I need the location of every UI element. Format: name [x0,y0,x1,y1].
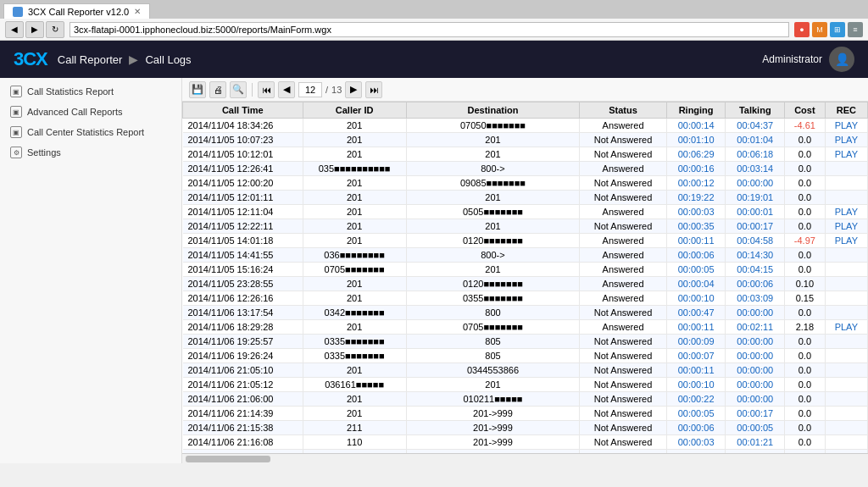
page-current-input[interactable] [298,82,322,97]
cell-15-2: 805 [406,335,580,349]
toolbar-btn-search[interactable]: 🔍 [230,81,247,98]
cell-0-3: Answered [580,119,666,133]
cell-20-3: Not Answered [580,407,666,421]
cell-22-4: 00:00:03 [666,435,726,450]
cell-1-0: 2014/11/05 10:07:23 [183,133,303,147]
col-status: Status [580,102,666,119]
cell-0-7[interactable]: PLAY [825,119,867,133]
cell-1-6: 0.0 [785,133,826,147]
cell-12-4: 00:00:10 [666,291,726,306]
cell-5-0: 2014/11/05 12:01:11 [183,191,303,205]
cell-6-3: Answered [580,205,666,219]
cell-9-6: 0.0 [785,248,826,263]
cell-2-7[interactable]: PLAY [825,147,867,162]
cell-14-7[interactable]: PLAY [825,320,867,335]
cell-3-3: Answered [580,162,666,176]
cell-19-6: 0.0 [785,392,826,407]
cell-4-3: Not Answered [580,176,666,191]
toolbar-btn-print[interactable]: 🖨 [209,81,226,98]
cell-22-7 [825,435,867,450]
cell-6-7[interactable]: PLAY [825,205,867,219]
app-title: Call Reporter [58,53,123,66]
cell-13-5: 00:00:00 [726,306,785,320]
cell-19-1: 201 [303,392,406,407]
toolbar-btn-save[interactable]: 💾 [189,81,206,98]
scrollbar-thumb[interactable] [186,456,270,462]
forward-button[interactable]: ▶ [25,21,44,38]
cell-15-0: 2014/11/06 19:25:57 [183,335,303,349]
browser-tab[interactable]: 3CX Call Reporter v12.0 ✕ [3,3,150,19]
cell-19-0: 2014/11/06 21:06:00 [183,392,303,407]
cell-18-1: 036161■■■■■ [303,378,406,392]
cell-20-7 [825,407,867,421]
cell-5-3: Not Answered [580,191,666,205]
cell-9-0: 2014/11/05 14:41:55 [183,248,303,263]
toolbar-btn-next-page[interactable]: ▶ [345,81,362,98]
table-row: 2014/11/04 18:34:2620107050■■■■■■■Answer… [183,119,868,133]
cell-0-4: 00:00:14 [666,119,726,133]
cell-6-6: 0.0 [785,205,826,219]
col-ringing: Ringing [666,102,726,119]
sidebar-label-call-statistics: Call Statistics Report [27,86,114,97]
cell-6-1: 201 [303,205,406,219]
table-row: 2014/11/06 19:25:570335■■■■■■■805Not Ans… [183,335,868,349]
cell-13-2: 800 [406,306,580,320]
cell-13-3: Not Answered [580,306,666,320]
sidebar-label-settings: Settings [27,147,61,158]
cell-7-7[interactable]: PLAY [825,219,867,234]
cell-0-5: 00:04:37 [726,119,785,133]
cell-22-6: 0.0 [785,435,826,450]
cell-10-6: 0.0 [785,263,826,277]
cell-21-4: 00:00:06 [666,421,726,435]
sidebar-item-call-center[interactable]: ▣ Call Center Statistics Report [0,122,181,142]
cell-9-1: 036■■■■■■■■ [303,248,406,263]
cell-18-0: 2014/11/06 21:05:12 [183,378,303,392]
horizontal-scrollbar[interactable] [182,453,868,463]
table-row: 2014/11/06 13:17:540342■■■■■■■800Not Ans… [183,306,868,320]
app-logo: 3CX [14,48,47,70]
cell-0-0: 2014/11/04 18:34:26 [183,119,303,133]
back-button[interactable]: ◀ [5,21,24,38]
cell-1-3: Not Answered [580,133,666,147]
cell-10-7 [825,263,867,277]
cell-9-5: 00:14:30 [726,248,785,263]
cell-7-1: 201 [303,219,406,234]
cell-1-2: 201 [406,133,580,147]
cell-16-4: 00:00:07 [666,349,726,363]
sidebar-item-settings[interactable]: ⚙ Settings [0,142,181,163]
sidebar-item-call-statistics[interactable]: ▣ Call Statistics Report [0,81,181,102]
table-row: 2014/11/05 12:26:41035■■■■■■■■■■800->Ans… [183,162,868,176]
cell-21-6: 0.0 [785,421,826,435]
cell-18-7 [825,378,867,392]
cell-9-7 [825,248,867,263]
cell-8-7[interactable]: PLAY [825,234,867,248]
cell-10-3: Answered [580,263,666,277]
cell-8-6: -4.97 [785,234,826,248]
cell-6-0: 2014/11/05 12:11:04 [183,205,303,219]
cell-14-0: 2014/11/06 18:29:28 [183,320,303,335]
toolbar-btn-last-page[interactable]: ⏭ [365,81,382,98]
url-input[interactable] [70,22,789,37]
table-row: 2014/11/06 21:05:12036161■■■■■201Not Ans… [183,378,868,392]
cell-22-3: Not Answered [580,435,666,450]
tab-title: 3CX Call Reporter v12.0 [28,7,129,17]
addon-icon-3: ⊞ [830,22,845,37]
sidebar-item-advanced-call-reports[interactable]: ▣ Advanced Call Reports [0,102,181,122]
user-name: Administrator [762,53,822,65]
toolbar-separator-1 [252,83,253,97]
call-logs-table: Call Time Caller ID Destination Status R… [182,102,868,453]
sidebar: ▣ Call Statistics Report ▣ Advanced Call… [0,78,182,463]
refresh-button[interactable]: ↻ [46,21,64,38]
gear-icon: ⚙ [10,147,22,158]
cell-11-0: 2014/11/05 23:28:55 [183,277,303,291]
toolbar-btn-first-page[interactable]: ⏮ [258,81,275,98]
cell-3-5: 00:03:14 [726,162,785,176]
cell-3-2: 800-> [406,162,580,176]
toolbar-btn-prev-page[interactable]: ◀ [278,81,295,98]
tab-close-icon[interactable]: ✕ [134,7,141,16]
cell-6-4: 00:00:03 [666,205,726,219]
cell-16-3: Not Answered [580,349,666,363]
cell-1-7[interactable]: PLAY [825,133,867,147]
app-header: 3CX Call Reporter ▶ Call Logs Administra… [0,41,868,78]
cell-21-2: 201->999 [406,421,580,435]
